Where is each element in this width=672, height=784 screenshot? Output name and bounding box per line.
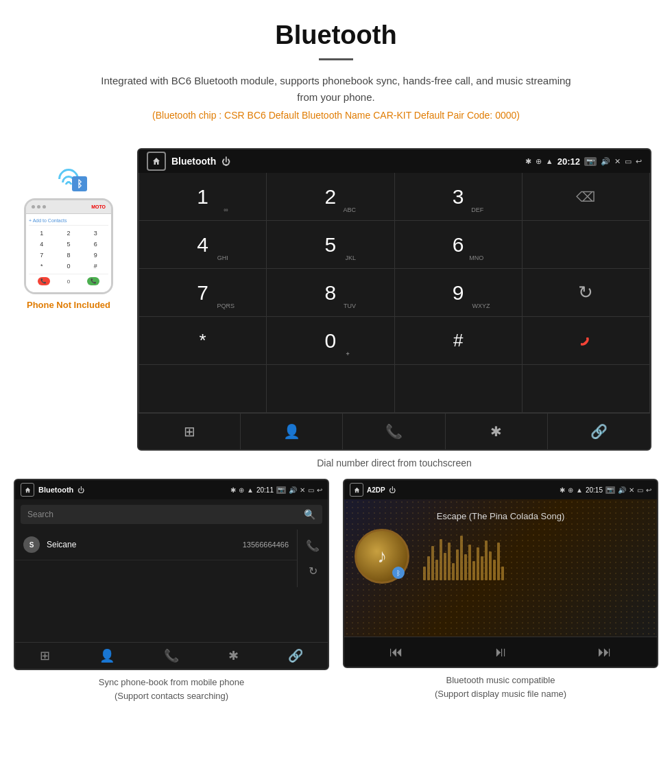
phone-dial-3[interactable]: 3	[83, 228, 108, 238]
phonebook-screen: Bluetooth ⏻ ✱ ⊕ ▲ 20:11 📷 🔊 ✕ ▭ ↩	[14, 479, 329, 670]
dial-caption: Dial number direct from touchscreen	[137, 458, 651, 468]
description-text: Integrated with BC6 Bluetooth module, su…	[96, 73, 576, 106]
nav-dialpad[interactable]: ⊞	[139, 414, 241, 449]
eq-bar-18	[493, 560, 496, 580]
car-status-left: Bluetooth ⏻	[147, 152, 230, 171]
music-status-right: ✱ ⊕ ▲ 20:15 📷 🔊 ✕ ▭ ↩	[560, 486, 651, 494]
pb-usb-icon: ⏻	[77, 486, 84, 494]
key-empty-r2	[523, 221, 650, 269]
music-vol-icon: 🔊	[618, 486, 626, 494]
phone-add-contacts: + Add to Contacts	[29, 218, 67, 223]
pb-search-bar[interactable]: Search 🔍	[21, 505, 322, 524]
key-5[interactable]: 5JKL	[267, 221, 394, 269]
split-screen-icon: ▭	[625, 157, 632, 166]
phone-dial-1[interactable]: 1	[29, 228, 54, 238]
backspace-icon[interactable]: ⌫	[576, 189, 595, 205]
phone-dial-0[interactable]: 0	[56, 261, 81, 271]
home-button[interactable]	[147, 152, 166, 171]
page-title: Bluetooth	[14, 21, 658, 50]
phone-screen: + Add to Contacts 1 2 3 4 5 6 7 8 9 * 0 …	[26, 214, 111, 292]
phone-dial-6[interactable]: 6	[83, 239, 108, 249]
phone-end-call-btn[interactable]: 📞	[38, 277, 50, 285]
key-star[interactable]: *	[139, 317, 267, 365]
phone-dial-8[interactable]: 8	[56, 250, 81, 260]
album-art: ♪ ᛒ	[355, 529, 409, 584]
title-divider	[319, 58, 353, 60]
pb-vol-icon: 🔊	[289, 486, 297, 494]
phone-dial-2[interactable]: 2	[56, 228, 81, 238]
key-9[interactable]: 9WXYZ	[395, 269, 523, 317]
eq-bar-6	[444, 553, 446, 580]
music-play-pause-btn[interactable]: ⏯	[494, 644, 507, 660]
key-6[interactable]: 6MNO	[395, 221, 523, 269]
eq-bar-8	[452, 563, 455, 580]
phone-dial-star[interactable]: *	[29, 261, 54, 271]
key-1[interactable]: 1∞	[139, 173, 267, 221]
key-2[interactable]: 2ABC	[267, 173, 394, 221]
phone-dial-5[interactable]: 5	[56, 239, 81, 249]
key-3[interactable]: 3DEF	[395, 173, 523, 221]
key-4[interactable]: 4GHI	[139, 221, 267, 269]
pb-close-btn[interactable]: ✕	[300, 486, 305, 494]
music-cam-icon: 📷	[605, 486, 615, 494]
pb-nav-call[interactable]: 📞	[164, 648, 179, 663]
eq-bar-16	[485, 541, 488, 580]
music-song-name: Escape (The Pina Colada Song)	[437, 511, 564, 521]
phone-dial-7[interactable]: 7	[29, 250, 54, 260]
refresh-btn[interactable]: ↻	[523, 269, 650, 317]
music-next-btn[interactable]: ⏭	[598, 644, 612, 660]
empty-bot-1	[139, 365, 267, 413]
pb-contacts-list: S Seicane 13566664466	[15, 530, 297, 587]
pb-reload-icon[interactable]: ↻	[304, 560, 322, 582]
contact-row-seicane[interactable]: S Seicane 13566664466	[15, 530, 297, 560]
pb-nav-dialpad[interactable]: ⊞	[40, 648, 50, 663]
contact-number: 13566664466	[243, 541, 289, 549]
phone-call-btn[interactable]: 📞	[87, 277, 99, 285]
nav-link[interactable]: 🔗	[548, 414, 650, 449]
music-equalizer	[423, 532, 647, 580]
phone-bottom-bar: 📞 0 📞	[29, 274, 108, 288]
pb-search-placeholder: Search	[27, 510, 304, 519]
music-back-btn[interactable]: ↩	[646, 486, 651, 494]
eq-bar-1	[423, 567, 426, 580]
pb-back-btn[interactable]: ↩	[317, 486, 322, 494]
phone-dial-4[interactable]: 4	[29, 239, 54, 249]
pb-screen-title: Bluetooth	[38, 486, 73, 494]
key-8[interactable]: 8TUV	[267, 269, 394, 317]
phone-zero-btn[interactable]: 0	[67, 278, 70, 285]
music-home-btn[interactable]	[350, 483, 363, 497]
pb-time: 20:11	[256, 486, 274, 494]
phone-dial-grid: 1 2 3 4 5 6 7 8 9 * 0 #	[29, 228, 108, 271]
close-btn[interactable]: ✕	[614, 157, 621, 166]
key-hash[interactable]: #	[395, 317, 523, 365]
phone-top-bar: MOTO	[26, 200, 111, 214]
pb-signal-icon: ▲	[247, 486, 254, 494]
eq-bar-10	[460, 536, 463, 580]
music-close-btn[interactable]: ✕	[629, 486, 634, 494]
call-end-icon	[575, 330, 597, 352]
pb-nav-bt[interactable]: ✱	[228, 648, 239, 663]
pb-search-icon[interactable]: 🔍	[304, 509, 315, 520]
key-0[interactable]: 0+	[267, 317, 394, 365]
volume-icon: 🔊	[601, 157, 610, 166]
gps-icon: ⊕	[536, 157, 542, 166]
music-status-left: A2DP ⏻	[350, 483, 396, 497]
pb-phone-icon[interactable]: 📞	[302, 535, 324, 556]
nav-bluetooth[interactable]: ✱	[446, 414, 548, 449]
pb-home-btn[interactable]	[21, 483, 34, 497]
call-end-btn[interactable]	[523, 317, 650, 365]
key-7[interactable]: 7PQRS	[139, 269, 267, 317]
pb-nav-link[interactable]: 🔗	[288, 648, 303, 663]
pb-split-icon: ▭	[308, 486, 314, 494]
music-prev-btn[interactable]: ⏮	[389, 644, 403, 660]
back-btn[interactable]: ↩	[636, 157, 642, 166]
wifi-bluetooth-icon: ᛒ	[58, 169, 79, 188]
pb-caption: Sync phone-book from mobile phone (Suppo…	[14, 676, 329, 702]
music-bottom-nav: ⏮ ⏯ ⏭	[344, 637, 657, 667]
pb-nav-user[interactable]: 👤	[99, 648, 115, 663]
nav-contacts[interactable]: 👤	[241, 414, 343, 449]
nav-call[interactable]: 📞	[343, 414, 445, 449]
music-inner: ♪ ᛒ	[355, 529, 647, 584]
phone-dial-hash[interactable]: #	[83, 261, 108, 271]
phone-dial-9[interactable]: 9	[83, 250, 108, 260]
